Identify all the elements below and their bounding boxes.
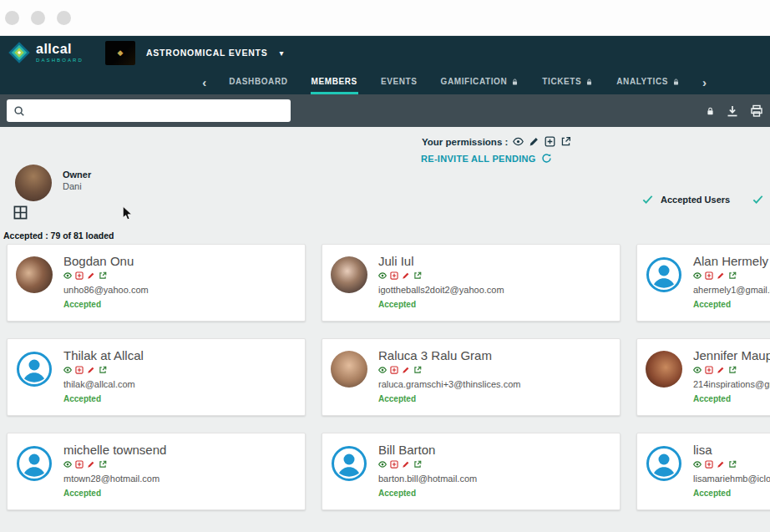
filter-accepted-users[interactable]: Accepted Users	[641, 193, 730, 205]
member-card[interactable]: michelle townsend mtown28@hotmail.com Ac…	[7, 433, 306, 510]
pencil-icon[interactable]	[717, 366, 725, 374]
member-avatar	[16, 445, 53, 482]
tab-members[interactable]: MEMBERS	[311, 69, 358, 94]
print-icon[interactable]	[750, 104, 763, 118]
eye-icon[interactable]	[63, 366, 72, 374]
member-email: thilak@allcal.com	[63, 379, 305, 389]
eye-icon[interactable]	[693, 271, 702, 280]
member-card[interactable]: Bogdan Onu unho86@yahoo.com Accepted	[7, 244, 306, 322]
window-control-icon[interactable]	[5, 11, 19, 25]
member-filters: Accepted Users Pending Users	[641, 193, 770, 205]
member-status-badge: Accepted	[693, 489, 770, 498]
tab-tickets[interactable]: TICKETS	[541, 69, 594, 94]
plus-icon[interactable]	[390, 460, 398, 469]
nav-back-chevron-icon[interactable]: ‹	[202, 76, 206, 89]
member-permission-icons	[693, 366, 770, 374]
member-permission-icons	[63, 366, 305, 374]
eye-icon[interactable]	[378, 366, 387, 374]
download-icon[interactable]	[726, 104, 739, 118]
share-icon[interactable]	[413, 271, 422, 280]
pencil-icon[interactable]	[87, 271, 95, 280]
your-permissions: Your permissions :	[422, 136, 571, 147]
plus-icon[interactable]	[705, 271, 713, 280]
app-window: allcal DASHBOARD ◆ ASTRONOMICAL EVENTS ▾…	[0, 0, 770, 532]
eye-icon[interactable]	[63, 460, 72, 469]
pencil-icon[interactable]	[402, 366, 410, 374]
window-titlebar	[0, 0, 770, 36]
lock-icon	[672, 78, 680, 86]
plus-icon[interactable]	[390, 271, 398, 280]
share-icon[interactable]	[413, 460, 422, 469]
tab-gamification[interactable]: GAMIFICATION	[440, 69, 520, 94]
member-card[interactable]: Alan Hermely ahermely1@gmail.com Accepte…	[636, 244, 770, 322]
share-icon[interactable]	[99, 271, 107, 280]
share-icon[interactable]	[728, 271, 737, 280]
tab-label: ANALYTICS	[616, 77, 668, 86]
pencil-icon[interactable]	[402, 460, 410, 469]
pencil-icon[interactable]	[87, 366, 95, 374]
member-avatar	[16, 351, 53, 388]
event-selector[interactable]: ◆ ASTRONOMICAL EVENTS ▾	[105, 41, 284, 65]
share-icon[interactable]	[99, 460, 107, 469]
eye-icon[interactable]	[378, 271, 387, 280]
plus-icon[interactable]	[75, 366, 84, 374]
nav-forward-chevron-icon[interactable]: ›	[702, 76, 707, 89]
member-avatar	[331, 351, 367, 388]
pencil-icon[interactable]	[402, 271, 410, 280]
share-icon[interactable]	[728, 460, 737, 469]
member-card[interactable]: Juli Iul igottheballs2doit2@yahoo.com Ac…	[322, 244, 621, 322]
filter-label: Accepted Users	[661, 195, 730, 205]
member-card[interactable]: lisa lisamariehmb@icloud.com Accepted	[636, 433, 770, 510]
member-card[interactable]: Thilak at Allcal thilak@allcal.com Accep…	[7, 338, 306, 416]
eye-icon[interactable]	[63, 271, 72, 280]
member-card[interactable]: Bill Barton barton.bill@hotmail.com Acce…	[322, 433, 621, 510]
eye-icon[interactable]	[378, 460, 387, 469]
member-avatar	[646, 445, 682, 482]
eye-icon[interactable]	[693, 366, 702, 374]
member-email: igottheballs2doit2@yahoo.com	[378, 285, 620, 295]
tab-events[interactable]: EVENTS	[380, 69, 418, 94]
window-control-icon[interactable]	[31, 11, 45, 25]
plus-icon[interactable]	[705, 366, 713, 374]
owner-avatar	[15, 165, 52, 201]
member-card[interactable]: Jennifer Maupin 214inspirations@gmail.co…	[636, 338, 770, 416]
member-name: Alan Hermely	[693, 254, 770, 268]
pencil-icon[interactable]	[717, 271, 725, 280]
eye-icon[interactable]	[693, 460, 702, 469]
search-box	[7, 99, 291, 122]
plus-icon[interactable]	[75, 271, 84, 280]
person-icon	[646, 256, 682, 293]
member-status-badge: Accepted	[378, 300, 620, 309]
share-icon	[560, 136, 571, 147]
filter-pending-users[interactable]: Pending Users	[752, 193, 770, 205]
member-status-badge: Accepted	[693, 300, 770, 309]
member-name: michelle townsend	[63, 443, 305, 457]
member-permission-icons	[378, 366, 620, 374]
grid-view-toggle[interactable]	[13, 205, 28, 223]
share-icon[interactable]	[99, 366, 107, 374]
search-input[interactable]	[31, 105, 284, 117]
member-permission-icons	[693, 460, 770, 469]
pencil-icon[interactable]	[87, 460, 95, 469]
logo-subtitle: DASHBOARD	[36, 58, 84, 63]
member-permission-icons	[378, 460, 620, 469]
member-avatar	[331, 256, 367, 293]
content-area: Your permissions : RE-INVITE ALL PENDING…	[0, 127, 770, 532]
member-avatar	[16, 256, 53, 293]
pencil-icon[interactable]	[717, 460, 725, 469]
lock-icon	[511, 78, 519, 86]
plus-icon[interactable]	[705, 460, 713, 469]
member-email: lisamariehmb@icloud.com	[693, 474, 770, 484]
share-icon[interactable]	[413, 366, 422, 374]
window-control-icon[interactable]	[57, 11, 71, 25]
tab-dashboard[interactable]: DASHBOARD	[228, 69, 288, 94]
tab-analytics[interactable]: ANALYTICS	[615, 69, 681, 94]
share-icon[interactable]	[728, 366, 737, 374]
tab-label: GAMIFICATION	[441, 77, 508, 86]
plus-icon[interactable]	[390, 366, 398, 374]
member-permission-icons	[693, 271, 770, 280]
main-nav: ‹ DASHBOARD MEMBERS EVENTS GAMIFICATION …	[0, 69, 770, 94]
plus-icon[interactable]	[75, 460, 84, 469]
member-card[interactable]: Raluca 3 Ralu Gram raluca.gramschi+3@thi…	[322, 338, 621, 416]
reinvite-all-pending-link[interactable]: RE-INVITE ALL PENDING	[421, 153, 552, 164]
